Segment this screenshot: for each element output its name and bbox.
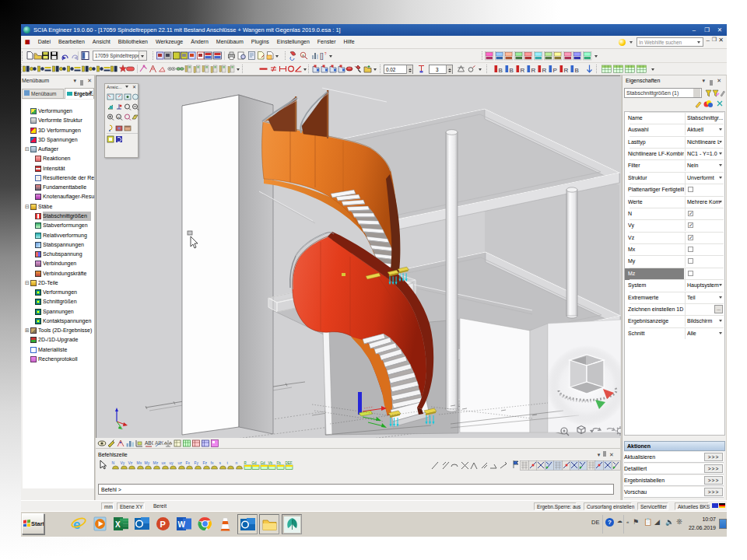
svg-text:B: B — [510, 67, 514, 74]
svg-text:Mz: Mz — [153, 460, 159, 465]
svg-text:t: t — [227, 460, 229, 465]
svg-text:ABC: ABC — [155, 440, 163, 446]
svg-text:R: R — [564, 67, 569, 74]
svg-text:R: R — [244, 461, 247, 465]
svg-text:ux: ux — [161, 460, 166, 465]
svg-text:B: B — [575, 67, 579, 74]
svg-text:P: P — [553, 67, 557, 74]
svg-text:Vb: Vb — [268, 461, 273, 465]
svg-text:n: n — [236, 460, 238, 465]
svg-text:uz: uz — [177, 460, 182, 465]
svg-text:B: B — [499, 67, 503, 74]
svg-text:R: R — [521, 67, 525, 74]
svg-text:Fz: Fz — [202, 460, 207, 465]
svg-text:fx: fx — [211, 460, 214, 465]
svg-text:Vy: Vy — [120, 460, 124, 465]
svg-text:uy: uy — [170, 460, 174, 465]
svg-text:R: R — [542, 67, 547, 74]
svg-text:Gd: Gd — [260, 461, 265, 465]
svg-text:X: X — [115, 520, 121, 529]
svg-text:w: w — [117, 115, 120, 119]
svg-text:W: W — [178, 520, 186, 529]
svg-text:ABC: ABC — [145, 440, 153, 446]
svg-text:Fy: Fy — [195, 460, 199, 465]
svg-text:s: s — [219, 460, 221, 465]
svg-text:DEF: DEF — [285, 461, 292, 465]
svg-text:Mx: Mx — [136, 460, 142, 465]
svg-text:Vz: Vz — [128, 460, 133, 465]
svg-text:N: N — [112, 460, 115, 465]
svg-text:Fb: Fb — [277, 461, 282, 465]
svg-text:My: My — [145, 460, 150, 465]
svg-text:Gd: Gd — [252, 461, 258, 465]
svg-text:[]: [] — [320, 52, 324, 60]
svg-text:?: ? — [324, 52, 327, 56]
svg-text:P: P — [160, 520, 166, 529]
svg-text:R: R — [531, 67, 536, 74]
svg-text:a: a — [302, 53, 304, 58]
svg-text:Fx: Fx — [186, 460, 191, 465]
